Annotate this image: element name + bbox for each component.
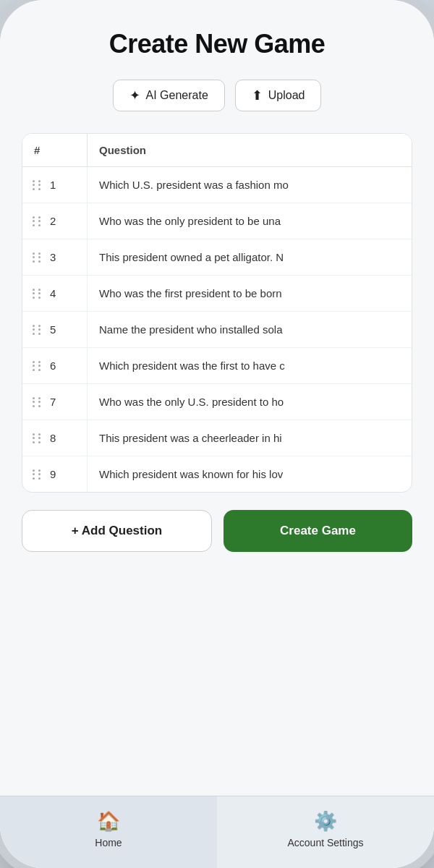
action-buttons-bar: ✦ AI Generate ⬆ Upload: [22, 80, 412, 111]
row-number: 9: [50, 468, 56, 480]
drag-handle-icon: [33, 361, 43, 371]
row-number-cell: 1: [22, 167, 88, 203]
upload-label: Upload: [268, 89, 305, 102]
table-row[interactable]: 8This president was a cheerleader in hi: [22, 420, 412, 456]
upload-icon: ⬆: [252, 88, 263, 103]
table-row[interactable]: 1Which U.S. president was a fashion mo: [22, 167, 412, 203]
row-number-cell: 5: [22, 312, 88, 347]
drag-handle-icon: [33, 216, 43, 226]
row-number: 5: [50, 323, 56, 336]
phone-content: Create New Game ✦ AI Generate ⬆ Upload #…: [0, 0, 434, 868]
row-number-cell: 3: [22, 239, 88, 275]
ai-generate-button[interactable]: ✦ AI Generate: [113, 80, 225, 111]
row-number-cell: 7: [22, 384, 88, 420]
drag-handle-icon: [33, 252, 43, 263]
row-question-text: Name the president who installed sola: [88, 312, 412, 347]
row-question-text: Who was the first president to be born: [88, 276, 412, 311]
drag-handle-icon: [33, 469, 43, 480]
questions-table: # Question 1Which U.S. president was a f…: [22, 133, 412, 493]
add-question-button[interactable]: + Add Question: [22, 510, 212, 552]
row-question-text: Who was the only president to be una: [88, 203, 412, 239]
table-row[interactable]: 9Which president was known for his lov: [22, 456, 412, 492]
drag-handle-icon: [33, 397, 43, 407]
ai-generate-label: AI Generate: [146, 89, 208, 102]
main-content: Create New Game ✦ AI Generate ⬆ Upload #…: [0, 0, 434, 796]
drag-handle-icon: [33, 180, 43, 190]
table-row[interactable]: 5Name the president who installed sola: [22, 312, 412, 348]
row-number: 1: [50, 179, 56, 191]
row-number-cell: 9: [22, 456, 88, 492]
row-question-text: This president owned a pet alligator. N: [88, 239, 412, 275]
row-question-text: Which president was known for his lov: [88, 456, 412, 492]
nav-item-account-settings[interactable]: ⚙️ Account Settings: [217, 796, 434, 868]
row-number: 6: [50, 359, 56, 372]
row-number-cell: 8: [22, 420, 88, 456]
row-number: 4: [50, 287, 56, 299]
table-row[interactable]: 6Which president was the first to have c: [22, 348, 412, 384]
row-question-text: Who was the only U.S. president to ho: [88, 384, 412, 420]
nav-item-home[interactable]: 🏠 Home: [0, 796, 217, 868]
row-number: 7: [50, 396, 56, 408]
table-row[interactable]: 2Who was the only president to be una: [22, 203, 412, 239]
table-row[interactable]: 3This president owned a pet alligator. N: [22, 239, 412, 276]
drag-handle-icon: [33, 433, 43, 443]
nav-label-home: Home: [95, 837, 122, 848]
row-number: 8: [50, 432, 56, 444]
row-question-text: This president was a cheerleader in hi: [88, 420, 412, 456]
table-row[interactable]: 7Who was the only U.S. president to ho: [22, 384, 412, 420]
phone-frame: Create New Game ✦ AI Generate ⬆ Upload #…: [0, 0, 434, 868]
column-header-question: Question: [88, 134, 412, 166]
table-body: 1Which U.S. president was a fashion mo2W…: [22, 167, 412, 492]
nav-label-account-settings: Account Settings: [287, 837, 363, 848]
bottom-nav: 🏠 Home ⚙️ Account Settings: [0, 796, 434, 868]
drag-handle-icon: [33, 289, 43, 299]
row-number-cell: 4: [22, 276, 88, 311]
drag-handle-icon: [33, 325, 43, 335]
bottom-actions: + Add Question Create Game: [22, 510, 412, 566]
row-number-cell: 2: [22, 203, 88, 239]
row-question-text: Which U.S. president was a fashion mo: [88, 167, 412, 203]
gear-icon: ⚙️: [314, 810, 337, 833]
table-row[interactable]: 4Who was the first president to be born: [22, 276, 412, 312]
ai-generate-icon: ✦: [129, 88, 140, 103]
row-question-text: Which president was the first to have c: [88, 348, 412, 383]
home-icon: 🏠: [97, 810, 120, 833]
page-title: Create New Game: [22, 29, 412, 59]
upload-button[interactable]: ⬆ Upload: [235, 80, 322, 111]
column-header-number: #: [22, 134, 88, 166]
row-number: 3: [50, 251, 56, 263]
row-number-cell: 6: [22, 348, 88, 383]
row-number: 2: [50, 215, 56, 227]
table-header: # Question: [22, 134, 412, 167]
create-game-button[interactable]: Create Game: [224, 510, 412, 552]
